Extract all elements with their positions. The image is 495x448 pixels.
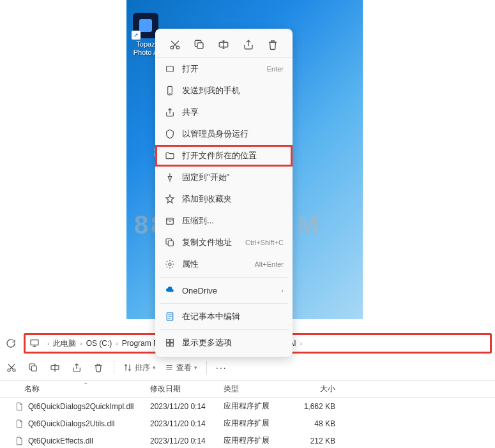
- file-name: Qt6QuickDialogs2QuickImpl.dll: [28, 402, 150, 411]
- menu-label: 固定到"开始": [182, 172, 284, 183]
- chevron-right-icon: ›: [281, 287, 284, 294]
- menu-label: 属性: [182, 258, 254, 270]
- chevron-right-icon: ›: [47, 340, 49, 347]
- file-date: 2023/11/20 0:14: [150, 402, 224, 411]
- pin-icon: [164, 172, 176, 183]
- menu-label: OneDrive: [182, 286, 281, 295]
- file-date: 2023/11/20 0:14: [150, 437, 224, 445]
- view-label: 查看: [176, 362, 192, 373]
- file-type: 应用程序扩展: [224, 401, 291, 412]
- file-size: 1,662 KB: [291, 402, 342, 411]
- menu-open[interactable]: 打开 Enter: [155, 58, 293, 80]
- file-type: 应用程序扩展: [224, 435, 291, 446]
- delete-icon[interactable]: [92, 361, 105, 374]
- context-menu: 打开 Enter 发送到我的手机 共享 以管理员身份运行 打开文件所在的位置 固…: [155, 29, 293, 357]
- onedrive-icon: [164, 285, 176, 296]
- header-date[interactable]: 修改日期: [150, 384, 181, 393]
- menu-shortcut: Alt+Enter: [254, 260, 284, 268]
- file-row[interactable]: Qt6QuickDialogs2Utils.dll 2023/11/20 0:1…: [0, 415, 495, 432]
- header-size[interactable]: 大小: [320, 384, 335, 393]
- app-icon: ↗: [133, 13, 158, 38]
- sort-label: 排序: [135, 362, 150, 373]
- menu-label: 复制文件地址: [182, 237, 245, 248]
- header-type[interactable]: 类型: [224, 384, 239, 393]
- copy-icon[interactable]: [27, 361, 40, 374]
- menu-pin-to-start[interactable]: 固定到"开始": [155, 167, 293, 188]
- open-icon: [164, 63, 176, 75]
- rename-icon[interactable]: [49, 361, 61, 374]
- share-icon: [164, 107, 176, 118]
- svg-rect-2: [197, 43, 203, 49]
- more-button[interactable]: ···: [216, 362, 227, 373]
- menu-label: 发送到我的手机: [182, 85, 284, 96]
- properties-icon: [164, 258, 176, 270]
- star-icon: [164, 193, 176, 205]
- svg-rect-12: [167, 343, 170, 347]
- file-row[interactable]: Qt6QuickEffects.dll 2023/11/20 0:14 应用程序…: [0, 432, 495, 448]
- monitor-icon: [29, 338, 40, 348]
- copy-path-icon: [164, 237, 176, 248]
- shortcut-arrow-icon: ↗: [132, 31, 141, 40]
- svg-point-0: [171, 46, 174, 49]
- svg-rect-6: [167, 218, 174, 224]
- refresh-button[interactable]: [3, 336, 19, 351]
- menu-add-to-favorites[interactable]: 添加到收藏夹: [155, 188, 293, 210]
- shield-icon: [164, 128, 176, 140]
- chevron-right-icon: ›: [80, 340, 82, 347]
- menu-run-as-admin[interactable]: 以管理员身份运行: [155, 123, 293, 145]
- share-icon[interactable]: [240, 36, 257, 54]
- svg-point-16: [13, 369, 15, 371]
- menu-show-more[interactable]: 显示更多选项: [155, 332, 293, 354]
- rename-icon[interactable]: [215, 36, 232, 54]
- menu-shortcut: Enter: [267, 65, 284, 73]
- menu-edit-in-notepad[interactable]: 在记事本中编辑: [155, 306, 293, 327]
- cut-icon[interactable]: [5, 361, 18, 374]
- menu-onedrive[interactable]: OneDrive ›: [155, 280, 293, 301]
- file-list: Qt6QuickDialogs2QuickImpl.dll 2023/11/20…: [0, 398, 495, 448]
- svg-rect-11: [171, 340, 174, 343]
- dll-file-icon: [14, 401, 24, 412]
- menu-open-file-location[interactable]: 打开文件所在的位置: [155, 145, 293, 167]
- svg-rect-4: [167, 66, 174, 71]
- header-name[interactable]: 名称: [24, 384, 40, 394]
- folder-icon: [164, 150, 176, 161]
- menu-separator: [160, 277, 287, 278]
- svg-rect-10: [167, 340, 170, 343]
- menu-label: 压缩到...: [182, 215, 284, 227]
- file-list-header: 名称 ⌃ 修改日期 类型 大小: [0, 380, 495, 398]
- breadcrumb-item[interactable]: 此电脑: [53, 338, 76, 349]
- menu-send-to-phone[interactable]: 发送到我的手机: [155, 80, 293, 101]
- file-name: Qt6QuickDialogs2Utils.dll: [28, 419, 150, 428]
- file-type: 应用程序扩展: [224, 418, 291, 429]
- copy-icon[interactable]: [190, 36, 208, 54]
- menu-label: 打开文件所在的位置: [182, 150, 284, 161]
- file-row[interactable]: Qt6QuickDialogs2QuickImpl.dll 2023/11/20…: [0, 398, 495, 415]
- menu-properties[interactable]: 属性 Alt+Enter: [155, 253, 293, 275]
- more-icon: [164, 337, 176, 348]
- menu-separator: [160, 303, 287, 304]
- delete-icon[interactable]: [264, 36, 282, 54]
- toolbar-divider: [114, 361, 114, 374]
- menu-label: 添加到收藏夹: [182, 193, 284, 205]
- cut-icon[interactable]: [166, 36, 184, 54]
- menu-separator: [160, 329, 287, 330]
- file-size: 212 KB: [291, 437, 342, 445]
- toolbar-divider: [206, 361, 207, 374]
- menu-copy-path[interactable]: 复制文件地址 Ctrl+Shift+C: [155, 232, 293, 253]
- menu-label: 共享: [182, 107, 284, 118]
- sort-button[interactable]: 排序 ▾: [123, 362, 156, 373]
- file-name: Qt6QuickEffects.dll: [28, 437, 150, 445]
- menu-shortcut: Ctrl+Shift+C: [245, 239, 284, 246]
- svg-rect-17: [31, 366, 36, 371]
- view-button[interactable]: 查看 ▾: [165, 362, 197, 373]
- notepad-icon: [164, 311, 176, 322]
- menu-label: 在记事本中编辑: [182, 311, 284, 322]
- svg-point-1: [176, 46, 179, 49]
- menu-compress-to[interactable]: 压缩到...: [155, 210, 293, 232]
- dll-file-icon: [14, 419, 24, 429]
- menu-share[interactable]: 共享: [155, 101, 293, 123]
- breadcrumb-item[interactable]: OS (C:): [86, 339, 112, 348]
- dll-file-icon: [14, 436, 24, 446]
- sort-indicator-icon: ⌃: [83, 382, 88, 389]
- share-icon[interactable]: [70, 361, 83, 374]
